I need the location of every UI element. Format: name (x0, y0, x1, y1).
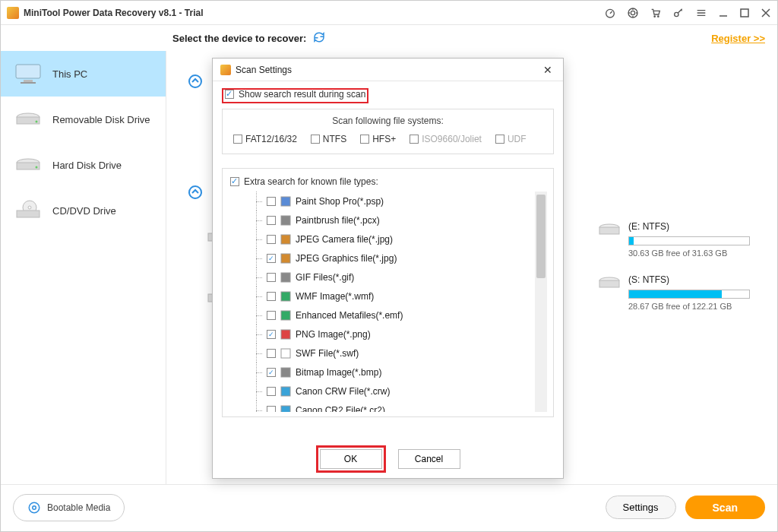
key-icon[interactable] (672, 7, 685, 19)
sidebar-item-removable[interactable]: Removable Disk Drive (1, 97, 166, 142)
svg-point-27 (29, 502, 40, 513)
app-icon (7, 7, 19, 19)
filetype-icon (280, 234, 291, 245)
svg-rect-37 (281, 349, 290, 358)
svg-point-15 (36, 166, 38, 169)
sidebar-item-this-pc[interactable]: This PC (1, 51, 166, 97)
top-strip: Select the device to recover: Register >… (1, 25, 777, 51)
select-device-label: Select the device to recover: (172, 33, 306, 44)
filetype-label: Canon CRW File(*.crw) (296, 386, 390, 397)
show-result-label: Show search result during scan (239, 89, 365, 100)
close-icon[interactable] (761, 8, 771, 18)
filetype-icon (280, 405, 291, 413)
sidebar: This PC Removable Disk Drive Hard Disk D… (1, 51, 166, 484)
filetype-checkbox[interactable]: ✓ (267, 330, 276, 339)
cart-icon[interactable] (650, 7, 662, 19)
sidebar-item-cd-dvd[interactable]: CD/DVD Drive (1, 188, 166, 233)
volume-name: (E: NTFS) (628, 221, 750, 232)
refresh-icon[interactable] (312, 30, 326, 46)
extra-search-checkbox[interactable] (230, 177, 239, 186)
collapse-toggle-icon[interactable] (188, 74, 203, 89)
fs-checkbox[interactable] (311, 135, 320, 144)
filetype-icon (280, 348, 291, 359)
menu-icon[interactable] (695, 7, 707, 19)
filetype-label: PNG Image(*.png) (296, 329, 371, 340)
show-result-checkbox[interactable] (225, 90, 234, 99)
fs-option[interactable]: FAT12/16/32 (233, 134, 297, 144)
filetype-node[interactable]: Canon CR2 File(*.cr2) (253, 401, 547, 412)
tree-line (253, 401, 262, 412)
speed-icon[interactable] (604, 7, 616, 19)
scan-button[interactable]: Scan (685, 496, 765, 519)
svg-rect-6 (741, 9, 748, 17)
tree-line (253, 306, 262, 325)
support-icon[interactable] (627, 7, 639, 19)
filetype-icon (280, 272, 291, 283)
bootable-label: Bootable Media (47, 502, 110, 513)
ok-button[interactable]: OK (320, 449, 382, 469)
svg-rect-9 (21, 82, 36, 84)
scan-settings-dialog: Scan Settings ✕ Show search result durin… (212, 58, 564, 479)
filetype-label: WMF Image(*.wmf) (296, 291, 374, 302)
filetype-checkbox[interactable] (267, 292, 276, 301)
svg-rect-31 (281, 235, 290, 244)
filetype-node[interactable]: WMF Image(*.wmf) (253, 287, 547, 306)
dialog-close-icon[interactable]: ✕ (540, 64, 555, 76)
filetype-checkbox[interactable] (267, 349, 276, 358)
fs-label: ISO9660/Joliet (422, 134, 482, 144)
minimize-icon[interactable] (718, 8, 729, 18)
filetype-node[interactable]: JPEG Camera file(*.jpg) (253, 230, 547, 249)
volume-item[interactable]: (S: NTFS) 28.67 GB free of 122.21 GB (598, 274, 774, 311)
fs-option[interactable]: HFS+ (360, 134, 396, 144)
filetype-icon (280, 291, 291, 302)
svg-rect-14 (17, 163, 40, 169)
filetype-node[interactable]: SWF File(*.swf) (253, 344, 547, 363)
filetype-node[interactable]: ✓Bitmap Image(*.bmp) (253, 363, 547, 382)
filetype-node[interactable]: ✓PNG Image(*.png) (253, 325, 547, 344)
svg-rect-18 (17, 211, 40, 217)
filetype-icon (280, 329, 291, 340)
filetype-checkbox[interactable] (267, 197, 276, 206)
filetype-checkbox[interactable]: ✓ (267, 368, 276, 377)
fs-option[interactable]: NTFS (311, 134, 346, 144)
filetype-node[interactable]: Paint Shop Pro(*.psp) (253, 192, 547, 211)
filetype-checkbox[interactable] (267, 273, 276, 282)
bootable-media-button[interactable]: Bootable Media (13, 494, 125, 521)
filetype-node[interactable]: Canon CRW File(*.crw) (253, 382, 547, 401)
volume-free: 30.63 GB free of 31.63 GB (628, 249, 750, 258)
svg-point-28 (33, 505, 36, 509)
filetype-checkbox[interactable] (267, 387, 276, 396)
scrollbar[interactable] (535, 192, 547, 412)
filetype-checkbox[interactable] (267, 235, 276, 244)
sidebar-item-hard-disk[interactable]: Hard Disk Drive (1, 142, 166, 188)
settings-button[interactable]: Settings (606, 496, 676, 519)
svg-rect-40 (281, 406, 290, 413)
filetype-node[interactable]: Enhanced Metafiles(*.emf) (253, 306, 547, 325)
filetype-checkbox[interactable] (267, 311, 276, 320)
filetype-label: JPEG Graphics file(*.jpg) (296, 253, 397, 264)
filetype-checkbox[interactable] (267, 216, 276, 225)
sidebar-item-label: This PC (52, 68, 87, 80)
volume-name: (S: NTFS) (628, 274, 750, 285)
svg-rect-8 (24, 80, 33, 82)
filesystem-caption: Scan following file systems: (230, 116, 546, 126)
volume-item[interactable]: (E: NTFS) 30.63 GB free of 31.63 GB (598, 221, 774, 258)
fs-checkbox[interactable] (233, 135, 242, 144)
scrollbar-thumb[interactable] (536, 195, 546, 278)
filetype-node[interactable]: GIF Files(*.gif) (253, 268, 547, 287)
collapse-toggle-icon[interactable] (188, 185, 203, 200)
filetype-node[interactable]: Paintbrush file(*.pcx) (253, 211, 547, 230)
register-link[interactable]: Register >> (711, 33, 765, 44)
filetype-label: Paint Shop Pro(*.psp) (296, 196, 384, 207)
volume-free: 28.67 GB free of 122.21 GB (628, 302, 750, 311)
filetype-checkbox[interactable]: ✓ (267, 254, 276, 263)
filetype-node[interactable]: ✓JPEG Graphics file(*.jpg) (253, 249, 547, 268)
maximize-icon[interactable] (739, 8, 750, 18)
svg-point-4 (658, 16, 659, 17)
cancel-button[interactable]: Cancel (398, 449, 460, 469)
filetype-label: Enhanced Metafiles(*.emf) (296, 310, 403, 321)
removable-drive-icon (14, 111, 42, 128)
svg-rect-7 (16, 65, 40, 78)
fs-checkbox[interactable] (360, 135, 369, 144)
filetype-checkbox[interactable] (267, 406, 276, 413)
